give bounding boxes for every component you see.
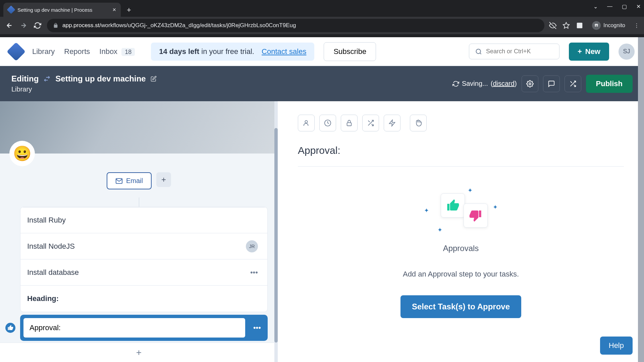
- browser-tab-bar: Setting up dev machine | Process × + ⌄ —…: [0, 0, 644, 17]
- url-box[interactable]: app.process.st/workflows/uQGGj-_oKZ43zDM…: [47, 19, 544, 32]
- tab-title: Setting up dev machine | Process: [17, 7, 109, 13]
- trial-banner: 14 days left in your free trial. Contact…: [151, 43, 314, 61]
- new-tab-button[interactable]: +: [121, 6, 137, 14]
- lock-icon: [53, 23, 58, 28]
- svg-marker-20: [389, 120, 395, 126]
- extensions-icon[interactable]: [576, 22, 583, 29]
- menu-dots-icon[interactable]: ⋮: [634, 22, 639, 29]
- contact-sales-link[interactable]: Contact sales: [262, 47, 306, 56]
- saving-label: Saving...: [462, 80, 488, 87]
- approval-task-row[interactable]: •••: [20, 315, 268, 341]
- task-row[interactable]: 1 Install Ruby: [20, 207, 267, 233]
- nav-reports[interactable]: Reports: [64, 47, 90, 56]
- trial-rest: in your free trial.: [199, 47, 254, 56]
- automations-button[interactable]: [384, 115, 400, 131]
- edit-name-icon[interactable]: [151, 76, 157, 82]
- sync-icon: [452, 80, 459, 87]
- new-button-label: New: [585, 47, 600, 56]
- eye-off-icon[interactable]: [549, 22, 556, 29]
- sparkle-icon: ✦: [468, 187, 473, 194]
- minimize-icon[interactable]: —: [607, 3, 612, 10]
- browser-tab[interactable]: Setting up dev machine | Process ×: [3, 3, 121, 17]
- reload-button[interactable]: [33, 21, 42, 30]
- left-scrollbar[interactable]: [274, 101, 278, 362]
- maximize-icon[interactable]: ▢: [622, 3, 627, 10]
- svg-point-14: [305, 121, 307, 123]
- svg-marker-1: [563, 22, 569, 28]
- workflow-icon: [43, 75, 51, 82]
- editing-label: Editing: [11, 74, 39, 83]
- discard-link[interactable]: discard: [493, 80, 514, 87]
- sparkle-icon: ✦: [424, 207, 429, 214]
- approvals-heading: Approvals: [443, 244, 479, 253]
- incognito-badge[interactable]: Incognito: [589, 20, 628, 31]
- browser-right-icons: Incognito ⋮: [549, 20, 639, 31]
- task-name: Install database: [20, 268, 248, 277]
- thumb-up-icon: [5, 323, 15, 333]
- settings-button[interactable]: [522, 75, 538, 92]
- shuffle-button[interactable]: [565, 75, 581, 92]
- chevron-down-icon[interactable]: ⌄: [593, 3, 598, 10]
- inbox-count-badge: 18: [121, 48, 135, 56]
- envelope-icon: [115, 177, 123, 185]
- trial-days: 14 days left: [159, 47, 199, 56]
- task-row[interactable]: Install database •••: [20, 259, 267, 286]
- close-window-icon[interactable]: ✕: [636, 3, 641, 10]
- tab-close-icon[interactable]: ×: [112, 6, 116, 13]
- page-scrollbar[interactable]: [638, 37, 644, 362]
- left-panel: 😀 Email + 1 Install Ruby 2 ✋ Install Nod…: [0, 101, 278, 362]
- task-row[interactable]: 4 Heading:: [20, 286, 267, 312]
- divider: [298, 166, 624, 167]
- email-button[interactable]: Email: [107, 172, 152, 189]
- publish-button[interactable]: Publish: [586, 75, 633, 93]
- nav-inbox[interactable]: Inbox 18: [99, 47, 135, 56]
- approval-name-input[interactable]: [23, 318, 245, 338]
- forward-button[interactable]: [19, 21, 28, 30]
- approvals-empty-state: ✦ ✦ ✦ ✦ Approvals Add an Approval step t…: [298, 183, 624, 318]
- thumb-down-illustration-icon: [464, 203, 488, 228]
- star-icon[interactable]: [562, 22, 570, 29]
- search-box[interactable]: [469, 44, 559, 59]
- editing-bar: Editing Setting up dev machine Library S…: [0, 66, 644, 101]
- select-tasks-button[interactable]: Select Task(s) to Approve: [400, 295, 521, 318]
- app-logo-icon[interactable]: [7, 42, 26, 61]
- search-input[interactable]: [486, 48, 553, 55]
- add-task-button[interactable]: +: [0, 343, 278, 362]
- new-button[interactable]: + New: [569, 43, 609, 61]
- address-bar: app.process.st/workflows/uQGGj-_oKZ43zDM…: [0, 17, 644, 34]
- svg-point-4: [597, 25, 598, 26]
- task-name: Install Ruby: [20, 216, 261, 225]
- stop-button[interactable]: [410, 115, 427, 131]
- window-controls: ⌄ — ▢ ✕: [593, 3, 641, 10]
- subscribe-button[interactable]: Subscribe: [324, 42, 376, 61]
- conditional-button[interactable]: [362, 115, 379, 131]
- main-content: 😀 Email + 1 Install Ruby 2 ✋ Install Nod…: [0, 101, 644, 362]
- assignee-avatar[interactable]: JR: [246, 240, 258, 252]
- add-trigger-button[interactable]: +: [156, 172, 171, 187]
- comments-button[interactable]: [543, 75, 560, 92]
- thumb-up-illustration-icon: [441, 193, 465, 218]
- approval-more-icon[interactable]: •••: [250, 323, 264, 332]
- right-panel: Approval: ✦ ✦ ✦ ✦ Approvals Add an Appro…: [278, 101, 644, 362]
- back-button[interactable]: [5, 21, 14, 30]
- task-name: Install NodeJS: [20, 242, 246, 251]
- cover-image[interactable]: 😀: [0, 101, 278, 154]
- nav-inbox-label: Inbox: [99, 47, 117, 56]
- task-more-icon[interactable]: •••: [248, 268, 261, 277]
- task-row[interactable]: 2 ✋ Install NodeJS JR: [20, 233, 267, 259]
- workflow-emoji[interactable]: 😀: [9, 141, 35, 166]
- search-icon: [475, 48, 482, 55]
- help-button[interactable]: Help: [600, 337, 633, 355]
- sparkle-icon: ✦: [493, 203, 498, 211]
- breadcrumb[interactable]: Library: [11, 85, 157, 93]
- assign-button[interactable]: [298, 115, 315, 131]
- nav-library[interactable]: Library: [32, 47, 55, 56]
- sparkle-icon: ✦: [437, 226, 442, 234]
- due-date-button[interactable]: [319, 115, 336, 131]
- user-avatar[interactable]: SJ: [619, 44, 635, 60]
- incognito-label: Incognito: [603, 22, 625, 28]
- task-list: 1 Install Ruby 2 ✋ Install NodeJS JR Ins…: [0, 207, 278, 343]
- svg-point-5: [476, 49, 480, 53]
- permissions-button[interactable]: [341, 115, 358, 131]
- task-title: Approval:: [298, 145, 624, 156]
